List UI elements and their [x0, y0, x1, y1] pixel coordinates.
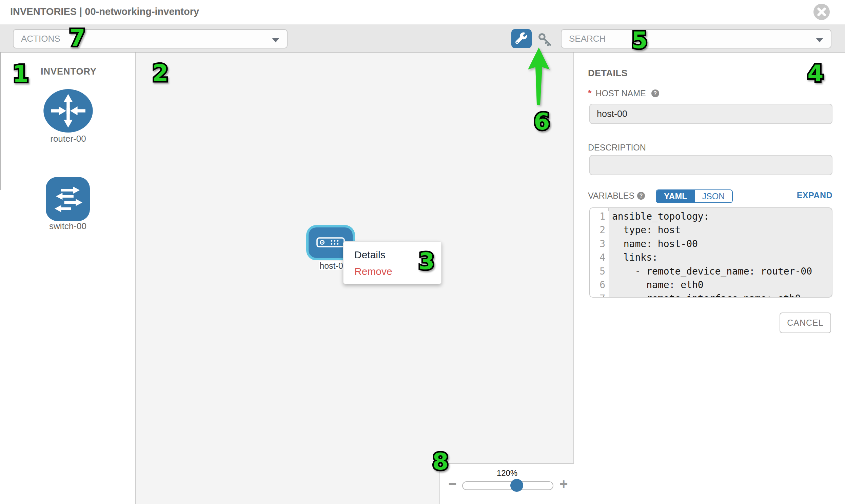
chevron-down-icon — [816, 38, 823, 42]
format-toggle: YAML JSON — [656, 190, 733, 203]
annotation-6: 6 — [534, 108, 550, 135]
zoom-control-panel: 120% − + — [439, 463, 574, 504]
zoom-slider-track[interactable] — [462, 481, 553, 490]
required-marker: * — [588, 88, 592, 98]
zoom-level-value: 120% — [440, 468, 574, 478]
actions-dropdown[interactable]: ACTIONS — [13, 29, 287, 49]
annotation-7: 7 — [69, 24, 85, 51]
annotation-2: 2 — [152, 60, 168, 86]
annotation-8: 8 — [432, 448, 448, 475]
cancel-button[interactable]: CANCEL — [779, 312, 831, 333]
code-line: 2 type: host — [590, 224, 832, 238]
switch-icon — [42, 177, 93, 221]
code-line: 6 name: eth0 — [590, 279, 832, 293]
chevron-down-icon — [272, 38, 279, 42]
help-icon[interactable]: ? — [651, 89, 659, 97]
code-line: 7 remote_interface_name: eth0 — [590, 293, 832, 298]
code-line: 1ansible_topology: — [590, 211, 832, 224]
description-input[interactable] — [589, 155, 832, 175]
host-name-label-row: * HOST NAME ? — [588, 88, 659, 98]
sidebar-item-switch[interactable] — [42, 177, 93, 222]
wrench-icon — [515, 32, 528, 45]
sidebar-item-router[interactable] — [43, 89, 93, 134]
variables-label-row: VARIABLES ? — [588, 191, 645, 201]
sidebar-accent-bar — [0, 53, 1, 190]
variables-label: VARIABLES — [588, 191, 634, 201]
variables-code-editor[interactable]: 1ansible_topology: 2 type: host 3 name: … — [589, 208, 832, 298]
zoom-out-button[interactable]: − — [448, 476, 457, 492]
toggle-json[interactable]: JSON — [695, 190, 733, 202]
zoom-in-button[interactable]: + — [560, 476, 568, 492]
toggle-yaml[interactable]: YAML — [656, 190, 695, 202]
details-heading: DETAILS — [588, 68, 628, 79]
key-icon — [537, 32, 553, 48]
zoom-slider-thumb[interactable] — [510, 479, 523, 492]
help-icon[interactable]: ? — [637, 192, 645, 200]
key-button[interactable] — [537, 32, 553, 48]
details-panel: DETAILS * HOST NAME ? DESCRIPTION VARIAB… — [575, 53, 845, 504]
toolbar: ACTIONS SEARCH — [0, 24, 845, 53]
code-line: 3 name: host-00 — [590, 238, 832, 252]
router-icon — [43, 89, 93, 132]
breadcrumb-title: INVENTORIES | 00-networking-inventory — [10, 6, 199, 17]
expand-link[interactable]: EXPAND — [764, 191, 832, 200]
actions-dropdown-label: ACTIONS — [21, 34, 60, 44]
configure-button[interactable] — [511, 29, 532, 48]
annotation-4: 4 — [807, 60, 823, 87]
host-name-input[interactable] — [589, 104, 832, 124]
host-name-label: HOST NAME — [596, 88, 646, 98]
switch-label: switch-00 — [34, 221, 102, 232]
annotation-5: 5 — [631, 27, 647, 54]
close-icon[interactable] — [813, 3, 830, 20]
annotation-1: 1 — [13, 60, 29, 87]
code-line: 5 - remote_device_name: router-00 — [590, 266, 832, 279]
search-dropdown[interactable]: SEARCH — [561, 29, 831, 49]
router-label: router-00 — [34, 133, 102, 144]
annotation-3: 3 — [419, 248, 434, 274]
window-header: INVENTORIES | 00-networking-inventory — [0, 0, 845, 24]
code-line: 4 links: — [590, 252, 832, 265]
inventory-heading: INVENTORY — [41, 67, 96, 77]
host-icon — [316, 237, 345, 248]
description-label: DESCRIPTION — [588, 143, 646, 152]
search-dropdown-label: SEARCH — [569, 34, 605, 44]
